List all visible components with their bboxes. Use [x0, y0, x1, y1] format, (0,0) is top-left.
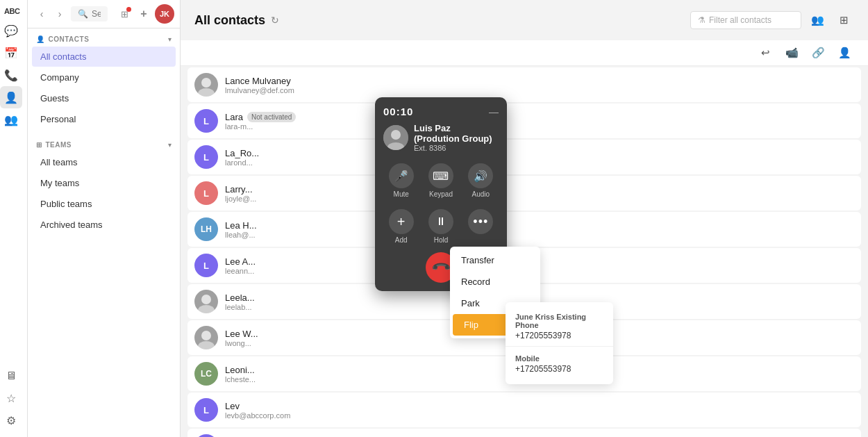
- avatar-lance: [194, 73, 218, 97]
- add-label: Add: [395, 236, 408, 244]
- teams-section-header[interactable]: ⊞ TEAMS ▾: [28, 134, 180, 151]
- refresh-icon[interactable]: ↻: [271, 15, 279, 26]
- filter-box[interactable]: ⚗ Filter all contacts: [690, 11, 801, 29]
- audio-btn[interactable]: 🔊 Audio: [463, 160, 499, 201]
- contact-email: lmulvaney@def.com: [225, 86, 854, 94]
- flip-existing-phone[interactable]: June Kriss Existing Phone +17205553978: [506, 308, 613, 347]
- sidebar-item-my-teams[interactable]: My teams: [32, 173, 176, 193]
- people-view-btn[interactable]: 👥: [807, 10, 828, 31]
- add-btn-call[interactable]: + Add: [383, 206, 419, 247]
- keypad-label: Keypad: [429, 190, 453, 198]
- flip-mobile-label: Mobile: [515, 354, 603, 363]
- contact-lara[interactable]: L Lara Not activated lara-m...: [187, 104, 861, 138]
- contact-lance[interactable]: Lance Mulvaney lmulvaney@def.com: [187, 67, 861, 102]
- keypad-icon: ⌨: [428, 163, 453, 188]
- user-avatar[interactable]: JK: [155, 4, 174, 24]
- reply-action-icon[interactable]: ↩: [756, 43, 775, 63]
- video-action-icon[interactable]: 📹: [782, 43, 801, 63]
- avatar-lee-w: [194, 326, 218, 349]
- call-ext: Ext. 8386: [414, 144, 499, 152]
- contact-email: larond...: [225, 158, 854, 167]
- sidebar-item-public-teams[interactable]: Public teams: [32, 194, 176, 214]
- teams-chevron-icon: ▾: [168, 141, 172, 149]
- contacts-section-icon: 👤: [36, 35, 45, 43]
- audio-icon: 🔊: [468, 163, 493, 188]
- contact-name: Lea H...: [225, 220, 854, 231]
- sidebar-item-company[interactable]: Company: [32, 67, 176, 88]
- contact-email: lara-m...: [225, 122, 854, 131]
- mute-icon: 🎤: [389, 163, 414, 188]
- nav-forward-btn[interactable]: ›: [51, 6, 68, 22]
- avatar-lara: L: [194, 109, 218, 133]
- contact-name: Larry...: [225, 184, 854, 195]
- flip-mobile[interactable]: Mobile +17205553978: [506, 349, 613, 379]
- person-action-icon[interactable]: 👤: [835, 43, 854, 63]
- end-call-icon: 📞: [430, 256, 451, 278]
- contact-la-ro[interactable]: L La_Ro... larond...: [187, 140, 861, 174]
- contact-lewis[interactable]: L Lewis Not activated lcarroll@def.com: [187, 429, 861, 437]
- contact-larry[interactable]: L Larry... ljoyle@...: [187, 176, 861, 211]
- hold-icon: ⏸: [428, 209, 453, 234]
- sidebar-item-all-teams[interactable]: All teams: [32, 152, 176, 172]
- svg-point-5: [198, 341, 215, 349]
- icon-btn-teams[interactable]: 👥: [0, 108, 22, 131]
- grid-view-btn[interactable]: ⊞: [833, 10, 854, 31]
- audio-label: Audio: [472, 190, 490, 198]
- more-btn[interactable]: •••: [463, 206, 499, 247]
- avatar-lewis: L: [194, 434, 218, 437]
- avatar-la-ro: L: [194, 145, 218, 169]
- hold-btn[interactable]: ⏸ Hold: [423, 206, 458, 247]
- call-avatar: [383, 125, 408, 150]
- avatar-larry: L: [194, 181, 218, 205]
- app-logo: ABC: [0, 0, 27, 19]
- flip-panel: June Kriss Existing Phone +17205553978 M…: [506, 302, 613, 384]
- transfer-menu-item[interactable]: Transfer: [450, 249, 540, 271]
- avatar-lea-h: LH: [194, 217, 218, 241]
- sidebar-item-personal[interactable]: Personal: [32, 109, 176, 129]
- teams-section-icon: ⊞: [36, 141, 42, 149]
- contact-email: levb@abccorp.com: [225, 411, 854, 420]
- link-action-icon[interactable]: 🔗: [808, 43, 828, 63]
- notification-dot: [126, 7, 131, 12]
- contact-lev[interactable]: L Lev levb@abccorp.com: [187, 393, 861, 427]
- avatar-leela: [194, 290, 218, 313]
- svg-point-9: [391, 130, 401, 140]
- contact-name: Lev: [225, 401, 854, 411]
- icon-btn-meetings[interactable]: 📅: [0, 42, 22, 64]
- icon-btn-screen[interactable]: 🖥: [0, 365, 22, 387]
- hold-label: Hold: [434, 236, 449, 244]
- keypad-btn[interactable]: ⌨ Keypad: [423, 160, 458, 201]
- mute-label: Mute: [394, 190, 409, 198]
- contact-name: Lara: [225, 112, 243, 122]
- avatar-lee-a: L: [194, 254, 218, 277]
- icon-btn-settings[interactable]: ⚙: [0, 409, 22, 431]
- add-btn[interactable]: +: [135, 6, 152, 22]
- icon-btn-contacts[interactable]: 👤: [0, 86, 22, 108]
- icon-btn-chat[interactable]: 💬: [0, 19, 22, 42]
- mute-btn[interactable]: 🎤 Mute: [383, 160, 419, 201]
- icon-btn-star[interactable]: ☆: [0, 387, 22, 409]
- icon-btn-calls[interactable]: 📞: [0, 64, 22, 86]
- record-menu-item[interactable]: Record: [450, 271, 540, 292]
- svg-point-0: [201, 78, 211, 88]
- contacts-chevron-icon: ▾: [168, 35, 172, 43]
- contacts-section-header[interactable]: 👤 CONTACTS ▾: [28, 28, 180, 46]
- search-input[interactable]: [92, 9, 101, 19]
- status-badge: Not activated: [247, 112, 296, 122]
- contact-email: ljoyle@...: [225, 195, 854, 203]
- avatar-leoni: LC: [194, 362, 218, 386]
- contact-lea-h[interactable]: LH Lea H... lleah@...: [187, 212, 861, 247]
- contact-actions-bar: ↩ 📹 🔗 👤: [181, 40, 868, 66]
- flip-existing-phone-label: June Kriss Existing Phone: [515, 313, 603, 329]
- svg-point-4: [201, 331, 211, 340]
- flip-mobile-value: +17205553978: [515, 364, 603, 374]
- call-timer: 00:10: [383, 106, 413, 117]
- sidebar-item-all-contacts[interactable]: All contacts: [32, 47, 176, 67]
- contact-name: La_Ro...: [225, 148, 854, 158]
- sidebar-item-guests[interactable]: Guests: [32, 88, 176, 108]
- more-icon: •••: [468, 209, 493, 234]
- sidebar-item-archived-teams[interactable]: Archived teams: [32, 215, 176, 235]
- call-minimize-btn[interactable]: —: [489, 106, 499, 117]
- nav-back-btn[interactable]: ‹: [33, 6, 50, 22]
- filter-icon: ⚗: [698, 15, 706, 25]
